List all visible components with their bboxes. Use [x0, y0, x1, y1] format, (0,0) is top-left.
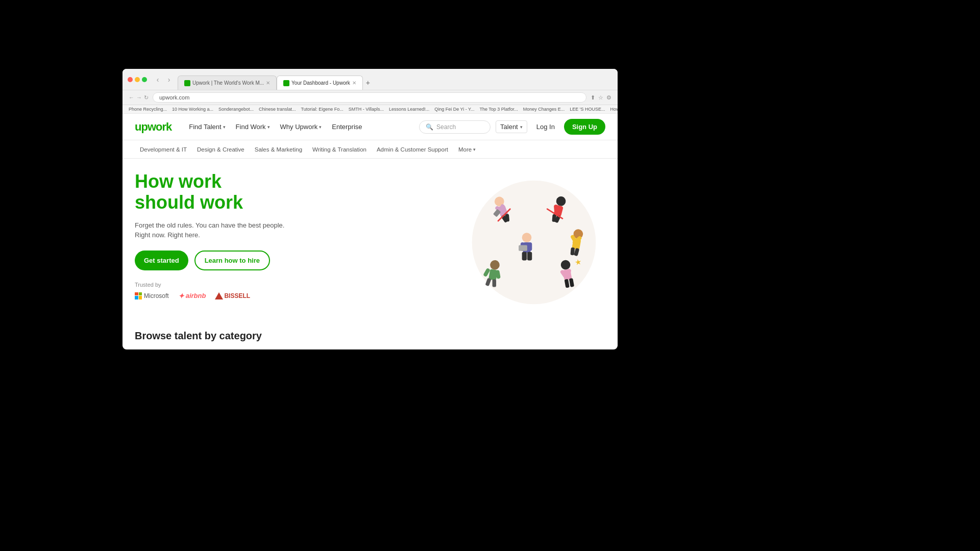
learn-to-hire-label: Learn how to hire — [205, 257, 260, 264]
address-url: upwork.com — [159, 94, 189, 101]
cat-design-label: Design & Creative — [197, 146, 244, 153]
upwork-logo[interactable]: upwork — [135, 120, 172, 134]
cat-sales[interactable]: Sales & Marketing — [250, 140, 307, 159]
extensions-icon[interactable]: ⚙ — [606, 94, 611, 101]
cat-admin-label: Admin & Customer Support — [377, 146, 448, 153]
login-label: Log In — [536, 123, 555, 131]
close-dot[interactable] — [128, 77, 133, 82]
bissell-name: BISSELL — [224, 292, 250, 299]
logo-text: upwork — [135, 120, 172, 133]
bookmark-9[interactable]: The Top 3 Platfor... — [479, 107, 518, 112]
hero-title-line1: How work — [135, 171, 222, 192]
find-work-chevron: ▾ — [267, 124, 270, 130]
bookmark-4[interactable]: Chinese translat... — [259, 107, 296, 112]
talent-dropdown[interactable]: Talent ▾ — [496, 120, 527, 133]
cat-more-chevron: ▾ — [473, 147, 476, 152]
get-started-label: Get started — [144, 257, 179, 264]
talent-label: Talent — [500, 123, 518, 131]
hero-subtitle-line2: Right now. Right here. — [135, 231, 200, 239]
browser-chrome: ‹ › Upwork | The World's Work M... ✕ You… — [122, 69, 618, 90]
learn-to-hire-button[interactable]: Learn how to hire — [194, 251, 270, 270]
cat-design[interactable]: Design & Creative — [192, 140, 250, 159]
bookmark-5[interactable]: Tutorial: Eigene Fo... — [301, 107, 344, 112]
hero-svg: ★ — [462, 171, 605, 314]
svg-rect-31 — [493, 280, 496, 287]
maximize-dot[interactable] — [142, 77, 147, 82]
browse-section: Browse talent by category — [122, 322, 618, 346]
new-tab-button[interactable]: + — [363, 76, 373, 90]
back-icon[interactable]: ← — [129, 94, 134, 101]
bissell-triangle-icon — [215, 292, 223, 299]
bookmark-7[interactable]: Lessons Learned!... — [389, 107, 429, 112]
bookmark-icon[interactable]: ☆ — [598, 94, 603, 101]
nav-find-talent[interactable]: Find Talent ▾ — [184, 114, 230, 140]
tab-close-2[interactable]: ✕ — [352, 80, 356, 86]
cat-development-label: Development & IT — [140, 146, 187, 153]
svg-rect-38 — [519, 245, 527, 251]
browser-nav-buttons: ‹ › — [153, 75, 174, 84]
svg-rect-36 — [522, 252, 527, 261]
cat-admin[interactable]: Admin & Customer Support — [372, 140, 453, 159]
nav-right: 🔍 Search Talent ▾ Log In Sign Up — [419, 119, 605, 135]
browser-window: ‹ › Upwork | The World's Work M... ✕ You… — [122, 69, 618, 349]
hero-subtitle-line1: Forget the old rules. You can have the b… — [135, 221, 284, 229]
search-label: Search — [436, 123, 456, 131]
talent-chevron: ▾ — [520, 124, 523, 130]
airbnb-icon: ✦ — [178, 292, 184, 300]
bookmark-6[interactable]: SMTH - Villapls... — [349, 107, 384, 112]
why-upwork-chevron: ▾ — [319, 124, 322, 130]
tab-label-2: Your Dashboard - Upwork — [291, 80, 350, 86]
get-started-button[interactable]: Get started — [135, 251, 188, 270]
ms-sq4 — [139, 296, 142, 299]
search-box[interactable]: 🔍 Search — [419, 120, 491, 134]
find-talent-chevron: ▾ — [223, 124, 226, 130]
hero-title-line2: should work — [135, 192, 243, 213]
cat-writing[interactable]: Writing & Translation — [307, 140, 372, 159]
cat-writing-label: Writing & Translation — [312, 146, 366, 153]
svg-rect-11 — [505, 214, 509, 222]
enterprise-label: Enterprise — [332, 123, 362, 131]
bookmark-2[interactable]: 10 How Working a... — [172, 107, 213, 112]
main-nav: upwork Find Talent ▾ Find Work ▾ Why Upw… — [122, 114, 618, 140]
tab-favicon-1 — [184, 80, 190, 86]
forward-button[interactable]: › — [164, 75, 174, 84]
hero-illustration: ★ — [462, 171, 605, 314]
browser-tab-1[interactable]: Upwork | The World's Work M... ✕ — [178, 76, 277, 90]
signup-label: Sign Up — [572, 123, 597, 131]
window-controls — [128, 77, 147, 82]
login-button[interactable]: Log In — [532, 121, 559, 133]
hero-buttons: Get started Learn how to hire — [135, 251, 452, 270]
bookmark-8[interactable]: Qing Fei De Yi - Y... — [434, 107, 474, 112]
reload-icon[interactable]: ↻ — [144, 94, 149, 101]
ms-grid-icon — [135, 292, 142, 299]
nav-find-work[interactable]: Find Work ▾ — [231, 114, 275, 140]
ms-sq2 — [139, 292, 142, 296]
bookmark-3[interactable]: Sonderangebot... — [218, 107, 254, 112]
nav-enterprise[interactable]: Enterprise — [327, 114, 367, 140]
address-input[interactable]: upwork.com — [153, 92, 586, 103]
minimize-dot[interactable] — [135, 77, 140, 82]
bookmark-10[interactable]: Money Changes E... — [523, 107, 565, 112]
forward-icon[interactable]: → — [136, 94, 142, 101]
ms-sq1 — [135, 292, 138, 296]
cat-more-label: More — [458, 146, 472, 153]
hero-title: How work should work — [135, 171, 452, 213]
bookmark-1[interactable]: Phone Recycling... — [129, 107, 167, 112]
tab-close-1[interactable]: ✕ — [266, 80, 270, 86]
browser-tab-2[interactable]: Your Dashboard - Upwork ✕ — [277, 76, 363, 90]
cat-more[interactable]: More ▾ — [453, 140, 481, 159]
airbnb-logo: ✦ airbnb — [178, 292, 206, 300]
share-icon[interactable]: ⬆ — [591, 94, 595, 101]
microsoft-name: Microsoft — [144, 292, 169, 299]
find-work-label: Find Work — [236, 123, 266, 131]
bissell-logo: BISSELL — [215, 292, 250, 299]
nav-why-upwork[interactable]: Why Upwork ▾ — [275, 114, 327, 140]
cat-development[interactable]: Development & IT — [135, 140, 192, 159]
hero-subtitle: Forget the old rules. You can have the b… — [135, 220, 452, 240]
bookmark-11[interactable]: LEE 'S HOUSE... — [570, 107, 605, 112]
back-button[interactable]: ‹ — [153, 75, 162, 84]
signup-button[interactable]: Sign Up — [564, 119, 605, 135]
address-bar: ← → ↻ upwork.com ⬆ ☆ ⚙ — [122, 90, 618, 105]
bookmark-12[interactable]: How to get more... — [610, 107, 618, 112]
svg-rect-37 — [527, 252, 532, 261]
